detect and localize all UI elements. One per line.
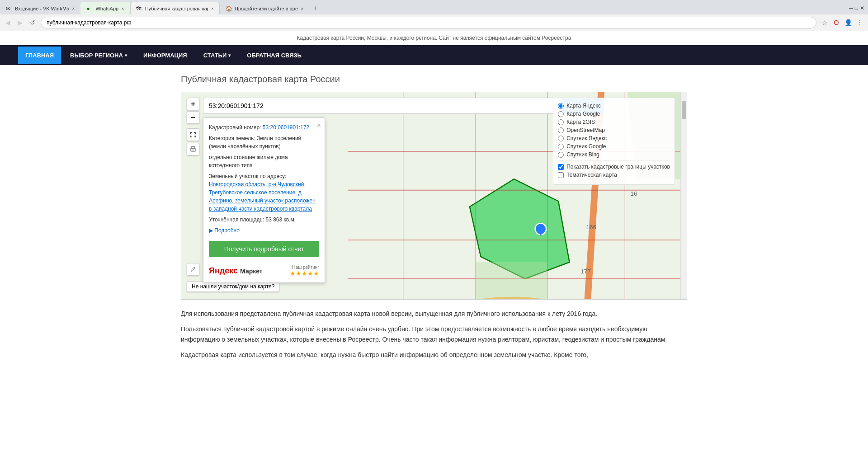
tab-cadastral-title: Публичная кадастровая карта ...	[145, 6, 208, 11]
layer-label-google-map: Карта Google	[566, 111, 600, 117]
tab-cadastral-close[interactable]: ×	[211, 6, 214, 11]
category-row: Категория земель: Земли поселений (земли…	[209, 134, 319, 150]
tab-vk-title: Входящие - VK WorkMail	[15, 6, 69, 11]
tab-sell-close[interactable]: ×	[301, 6, 303, 11]
close-button[interactable]: ✕	[860, 5, 864, 11]
banner-text: Кадастровая карта России, Москвы, и кажд…	[297, 35, 571, 41]
minimize-button[interactable]: ─	[849, 5, 853, 11]
nav-region-dropdown-icon: ▾	[125, 53, 127, 58]
window-controls: ─ □ ✕	[849, 2, 868, 14]
info-popup: × Кадастровый номер: 53:20:0601901:172 К…	[203, 118, 325, 283]
map-scrollbar[interactable]	[680, 92, 687, 299]
use-value: отдельно стоящие жилые дома коттеджного …	[209, 154, 288, 169]
map-search-bar: 53:20:0601901:172 🔍 Найти	[203, 98, 604, 114]
layer-option-bing-sat[interactable]: Спутник Bing	[558, 151, 670, 158]
reload-button[interactable]: ↺	[28, 17, 37, 28]
layer-label-google-sat: Спутник Google	[566, 143, 606, 150]
area-value: 53 863 кв.м.	[266, 216, 296, 223]
tab-vk-close[interactable]: ×	[72, 6, 75, 11]
category-label: Категория земель:	[209, 135, 255, 141]
yandex-market-logo-text2: Маркет	[240, 268, 263, 275]
tab-whatsapp-close[interactable]: ×	[121, 6, 124, 11]
zoom-in-button[interactable]: +	[187, 98, 199, 110]
tab-sell[interactable]: 🏠 Продайте или сдайте в аренду... ×	[220, 2, 309, 14]
address-input[interactable]: публичная-кадастровая-карта.рф	[41, 17, 816, 28]
layer-option-osm[interactable]: OpenStreetMap	[558, 127, 670, 133]
rating-label: Наш рейтинг	[290, 265, 319, 270]
zoom-out-button[interactable]: −	[187, 111, 199, 124]
tab-vk[interactable]: ✉ Входящие - VK WorkMail ×	[0, 2, 80, 14]
layer-radio-google-map[interactable]	[558, 111, 564, 117]
nav-item-home[interactable]: ГЛАВНАЯ	[18, 47, 61, 64]
maximize-button[interactable]: □	[855, 5, 858, 11]
layer-checkbox-cadastral-borders[interactable]	[558, 164, 564, 170]
layer-label-2gis-map: Карта 2GIS	[566, 119, 595, 125]
use-row: отдельно стоящие жилые дома коттеджного …	[209, 153, 319, 169]
area-row: Уточнённая площадь: 53 863 кв.м.	[209, 216, 319, 224]
nav-item-info[interactable]: ИНФОРМАЦИЯ	[136, 47, 194, 64]
text-para-2: Пользоваться публичной кадастровой карто…	[181, 324, 687, 344]
top-nav: ГЛАВНАЯ ВЫБОР РЕГИОНА ▾ ИНФОРМАЦИЯ СТАТЬ…	[0, 45, 868, 65]
nav-item-articles[interactable]: СТАТЬИ ▾	[196, 47, 238, 64]
pencil-icon	[190, 266, 196, 273]
layer-option-google-sat[interactable]: Спутник Google	[558, 143, 670, 150]
tab-cadastral[interactable]: 🗺 Публичная кадастровая карта ... ×	[130, 2, 220, 14]
extension-icon[interactable]: O	[832, 18, 841, 27]
info-popup-close-button[interactable]: ×	[317, 122, 321, 130]
layer-option-google-map[interactable]: Карта Google	[558, 111, 670, 117]
layer-checkbox-thematic[interactable]	[558, 172, 564, 178]
ya-text: Яндекс	[209, 266, 238, 275]
layer-option-thematic[interactable]: Тематическая карта	[558, 172, 670, 178]
cadastral-number-link[interactable]: 53:20:0601901:172	[263, 124, 309, 131]
layer-label-thematic: Тематическая карта	[566, 172, 617, 178]
layer-option-2gis-map[interactable]: Карта 2GIS	[558, 119, 670, 125]
nav-item-contact[interactable]: ОБРАТНАЯ СВЯЗЬ	[240, 47, 309, 64]
details-link[interactable]: ▶ Подробно	[209, 226, 319, 235]
page-title: Публичная кадастровая карта России	[181, 74, 687, 85]
layer-radio-yandex-sat[interactable]	[558, 136, 564, 141]
page-content: Публичная кадастровая карта России	[163, 65, 705, 375]
nav-item-region[interactable]: ВЫБОР РЕГИОНА ▾	[63, 47, 134, 64]
layer-radio-google-sat[interactable]	[558, 144, 564, 150]
svg-text:16: 16	[631, 190, 637, 197]
browser-actions: ☆ O 👤 ⋮	[820, 18, 864, 27]
fullscreen-button[interactable]	[187, 128, 199, 141]
layer-radio-yandex-map[interactable]	[558, 103, 564, 109]
text-content: Для использования представлена публичная…	[181, 309, 687, 360]
print-button[interactable]	[187, 143, 199, 155]
pencil-button[interactable]	[187, 263, 199, 276]
layer-option-yandex-sat[interactable]: Спутник Яндекс	[558, 135, 670, 141]
text-para-1: Для использования представлена публичная…	[181, 309, 687, 319]
layer-label-yandex-sat: Спутник Яндекс	[566, 135, 607, 141]
site-banner: Кадастровая карта России, Москвы, и кажд…	[0, 31, 868, 45]
svg-text:166: 166	[586, 224, 596, 230]
menu-icon[interactable]: ⋮	[855, 18, 864, 27]
layer-label-bing-sat: Спутник Bing	[566, 151, 599, 158]
tab-whatsapp-favicon: ●	[86, 5, 93, 12]
layer-label-osm: OpenStreetMap	[566, 127, 605, 133]
layer-radio-osm[interactable]	[558, 127, 564, 133]
yandex-market-logo: Яндекс Маркет	[209, 266, 263, 276]
forward-button[interactable]: ▶	[16, 17, 24, 28]
layer-option-cadastral-borders[interactable]: Показать кадастровые границы участков	[558, 164, 670, 170]
map-area[interactable]: 5141 156 158 16 166 177 Яндекс 53:20:060…	[181, 92, 680, 299]
profile-icon[interactable]: 👤	[844, 18, 853, 27]
tab-whatsapp[interactable]: ● WhatsApp ×	[80, 2, 130, 14]
report-button[interactable]: Получить подробный отчет	[209, 241, 319, 257]
address-link[interactable]: Новгородская область, р-н Чудовский, Тре…	[209, 181, 316, 212]
svg-marker-13	[475, 262, 547, 299]
rating-block: Наш рейтинг ★★★★★	[290, 265, 319, 277]
layer-radio-bing-sat[interactable]	[558, 152, 564, 158]
bookmark-icon[interactable]: ☆	[820, 18, 829, 27]
scrollbar-thumb[interactable]	[682, 101, 686, 119]
map-search-input[interactable]: 53:20:0601901:172	[203, 98, 561, 114]
cadastral-number-label: Кадастровый номер:	[209, 124, 261, 131]
back-button[interactable]: ◀	[4, 17, 12, 28]
address-label: Земельный участок по адресу:	[209, 173, 286, 179]
tab-sell-favicon: 🏠	[226, 5, 232, 12]
yandex-market-block: Яндекс Маркет Наш рейтинг ★★★★★	[209, 261, 319, 277]
layer-radio-2gis-map[interactable]	[558, 119, 564, 125]
tab-cadastral-favicon: 🗺	[136, 5, 142, 12]
new-tab-button[interactable]: +	[310, 2, 322, 14]
layer-option-yandex-map[interactable]: Карта Яндекс	[558, 103, 670, 109]
